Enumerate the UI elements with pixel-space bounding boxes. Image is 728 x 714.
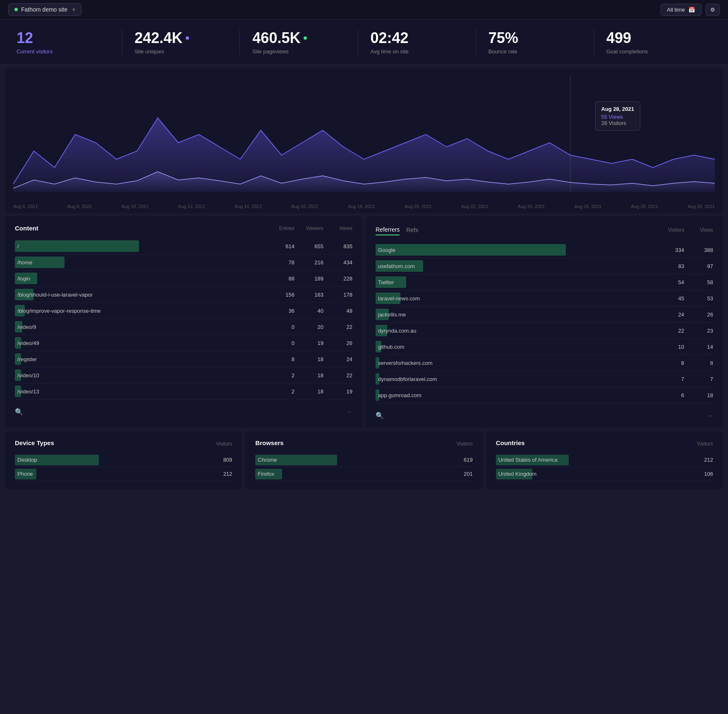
chart-tooltip: Aug 28, 2021 55 Views 28 Visitors [595,101,641,131]
row-value: 22 [323,372,352,379]
row-value: 78 [266,259,295,266]
referrers-search-button[interactable]: 🔍 [376,412,384,419]
table-row[interactable]: github.com1014 [376,339,713,355]
tab-referrers[interactable]: Referrers [376,225,400,235]
row-label: United States of America [496,455,704,464]
stat-pageviews: 460.5K Site pageviews [240,29,358,55]
row-label: /home [17,259,32,266]
table-row[interactable]: jackellis.me2426 [376,307,713,323]
table-row[interactable]: laravel-news.com4553 [376,290,713,307]
time-range-button[interactable]: All time 📅 [661,4,702,16]
row-value: 14 [684,344,713,350]
row-label: serversforhackers.com [378,360,432,366]
table-row[interactable]: dyrynda.com.au2223 [376,323,713,339]
chart-container[interactable]: Aug 28, 2021 55 Views 28 Visitors [13,77,715,201]
time-range-label: All time [667,7,685,13]
table-row[interactable]: /video/1321819 [15,383,352,400]
row-value: 8 [266,356,295,362]
row-label: /blog/should-i-use-laravel-vapor [17,292,93,298]
chart-x-label: Aug 28, 2021 [631,204,658,209]
row-value: 26 [684,311,713,318]
table-row[interactable]: Twitter5458 [376,274,713,290]
list-item[interactable]: United Kingdom106 [496,467,713,481]
row-value: 26 [323,340,352,346]
row-label: /video/49 [17,340,39,346]
bounce-rate-label: Bounce rate [489,48,581,55]
content-search-button[interactable]: 🔍 [15,408,23,416]
row-value: 24 [323,356,352,362]
browsers-card: Browsers Visitors Chrome619Firefox201 [245,431,482,489]
countries-title: Countries [496,439,525,446]
row-value: 2 [266,372,295,379]
device-types-title: Device Types [15,439,54,446]
current-visitors-value: 12 [17,29,109,47]
browsers-col-label: Visitors [457,441,473,447]
table-row[interactable]: /login88189228 [15,271,352,287]
row-value: 48 [323,308,352,314]
table-row[interactable]: /video/1021822 [15,367,352,383]
referrers-col-headers: Visitors Views [655,227,713,233]
content-table-header: Content Entries Viewers Views [15,225,352,232]
chart-x-label: Aug 14, 2021 [235,204,261,209]
table-row[interactable]: usefathom.com8397 [376,258,713,274]
countries-rows: United States of America212United Kingdo… [496,453,713,481]
row-label: /video/9 [17,324,36,330]
row-value: 7 [684,376,713,382]
table-row[interactable]: Google334388 [376,242,713,258]
goal-completions-value: 499 [606,29,699,47]
row-value: 655 [295,243,323,249]
table-row[interactable]: /blog/should-i-use-laravel-vapor15616317… [15,287,352,303]
table-row[interactable]: /video/4901926 [15,335,352,351]
tab-refs[interactable]: Refs [406,225,418,235]
list-item[interactable]: Phone212 [15,467,232,481]
content-more-button[interactable]: → [346,408,352,416]
table-row[interactable]: /blog/improve-vapor-response-time364048 [15,303,352,319]
chart-x-labels: Aug 6, 2021Aug 8, 2021Aug 10, 2021Aug 12… [13,201,715,209]
referrers-more-button[interactable]: → [706,412,713,419]
chart-x-label: Aug 8, 2021 [67,204,92,209]
device-types-card: Device Types Visitors Desktop809Phone212 [5,431,242,489]
content-table-footer: 🔍 → [15,405,352,416]
row-value: 36 [266,308,295,314]
chart-x-label: Aug 26, 2021 [575,204,601,209]
row-value: 83 [655,263,684,269]
list-item[interactable]: Chrome619 [255,453,472,467]
list-item[interactable]: United States of America212 [496,453,713,467]
list-item[interactable]: Desktop809 [15,453,232,467]
row-value: 10 [655,344,684,350]
content-col-headers: Entries Viewers Views [266,225,352,231]
row-label: Google [378,247,395,253]
tooltip-visitors: 28 Visitors [601,120,635,126]
row-value: 189 [295,276,323,282]
table-row[interactable]: /register81824 [15,351,352,367]
settings-button[interactable]: ⚙ [706,4,720,16]
current-visitors-label: Current visitors [17,48,109,55]
site-selector[interactable]: Fathom demo site ▾ [8,3,81,16]
tooltip-views: 55 Views [601,114,635,120]
table-row[interactable]: /home78216434 [15,254,352,271]
row-value: 0 [266,324,295,330]
referrers-col-views: Views [684,227,713,233]
row-value: 53 [684,295,713,302]
referrers-table-rows: Google334388usefathom.com8397Twitter5458… [376,242,713,403]
table-row[interactable]: serversforhackers.com88 [376,355,713,371]
row-value: 212 [223,471,232,477]
browsers-header: Browsers Visitors [255,439,472,448]
table-row[interactable]: /614655835 [15,238,352,254]
browsers-rows: Chrome619Firefox201 [255,453,472,481]
table-row[interactable]: /video/902022 [15,319,352,335]
table-row[interactable]: dynamodbforlaravel.com77 [376,371,713,387]
table-row[interactable]: app.gumroad.com618 [376,387,713,403]
row-label: /login [17,276,30,282]
row-value: 388 [684,247,713,253]
row-bar [15,240,139,252]
chart-x-label: Aug 30, 2021 [687,204,714,209]
line-chart [13,77,715,192]
list-item[interactable]: Firefox201 [255,467,472,481]
stat-site-uniques: 242.4K Site uniques [122,29,240,55]
row-label: /blog/improve-vapor-response-time [17,308,101,314]
row-value: 156 [266,292,295,298]
row-value: 40 [295,308,323,314]
row-value: 19 [323,388,352,395]
row-value: 24 [655,311,684,318]
